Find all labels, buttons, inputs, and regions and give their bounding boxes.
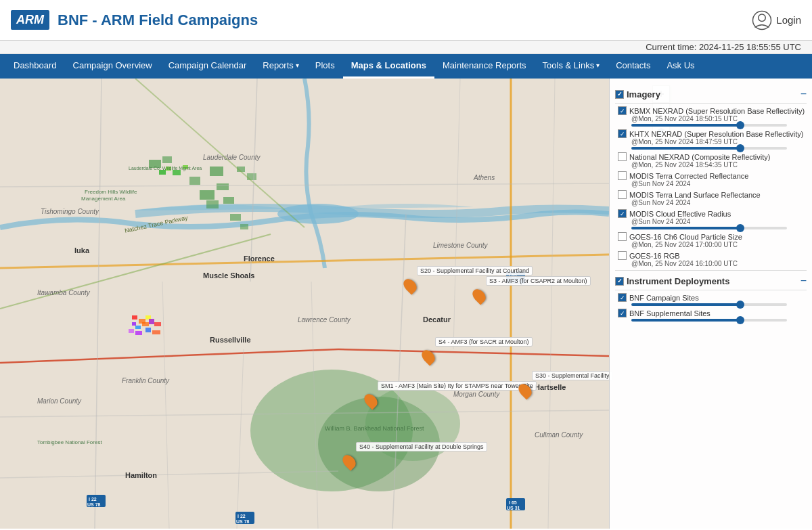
nav-contacts[interactable]: Contacts [608, 54, 658, 79]
bnf-sites-slider[interactable] [631, 303, 787, 306]
svg-rect-28 [135, 331, 142, 335]
svg-text:US 31: US 31 [507, 506, 520, 510]
legend-item-goes16-ch6: GOES-16 Ch6 Cloud Particle Size @Mon, 25… [615, 232, 807, 248]
bnf-sites-checkbox[interactable] [618, 293, 627, 302]
legend-item-modis-cloud: MODIS Cloud Effective Radius @Sun Nov 24… [615, 209, 807, 229]
legend-panel: Imagery − KBMX NEXRAD (Super Resolution … [609, 79, 812, 529]
nav-campaign-overview[interactable]: Campaign Overview [65, 54, 160, 79]
arm-logo: ARM [11, 10, 49, 30]
nav-plots[interactable]: Plots [307, 54, 343, 79]
user-icon [752, 10, 772, 30]
pin-s40[interactable]: S40 - Supplemental Facility at Double Sp… [344, 454, 355, 469]
svg-rect-12 [200, 190, 215, 200]
svg-rect-30 [152, 330, 160, 334]
svg-text:Cullman County: Cullman County [535, 431, 583, 439]
khtx-checkbox[interactable] [618, 129, 627, 138]
app-title: BNF - ARM Field Campaigns [58, 12, 258, 29]
svg-text:US 78: US 78 [87, 502, 101, 507]
svg-text:Tishomingo County: Tishomingo County [41, 208, 99, 215]
nav-maps-locations[interactable]: Maps & Locations [343, 54, 434, 79]
svg-rect-8 [162, 156, 172, 163]
svg-text:Athens: Athens [473, 174, 495, 181]
bnf-supp-slider-thumb [736, 316, 744, 324]
header: ARM BNF - ARM Field Campaigns Login [0, 0, 812, 41]
map-svg: Tishomingo County Itawamba County Marion… [0, 79, 609, 529]
legend-item-national-nexrad: National NEXRAD (Composite Reflectivity)… [615, 152, 807, 169]
nav-tools-links[interactable]: Tools & Links ▾ [535, 54, 608, 79]
imagery-collapse-button[interactable]: − [800, 88, 807, 100]
pin-s40-label: S40 - Supplemental Facility at Double Sp… [356, 442, 487, 451]
modis-cloud-time: @Sun Nov 24 2024 [631, 218, 807, 225]
svg-text:Decatur: Decatur [423, 315, 451, 324]
pin-s30-label: S30 - Supplemental Facility [532, 371, 613, 380]
svg-text:Iuka: Iuka [74, 246, 90, 255]
svg-text:Franklin County: Franklin County [122, 377, 170, 384]
modis-land-time: @Sun Nov 24 2024 [631, 199, 807, 206]
reports-arrow-icon: ▾ [296, 62, 299, 69]
deployments-collapse-button[interactable]: − [800, 275, 807, 287]
nav-ask-us[interactable]: Ask Us [658, 54, 702, 79]
deployments-checkbox[interactable] [615, 277, 624, 286]
kbmx-slider-thumb [736, 121, 744, 129]
svg-text:Tombigbee National Forest: Tombigbee National Forest [37, 439, 102, 445]
national-nexrad-checkbox[interactable] [618, 152, 627, 161]
navbar: Dashboard Campaign Overview Campaign Cal… [0, 54, 812, 79]
svg-text:Limestone County: Limestone County [433, 242, 489, 249]
khtx-time: @Mon, 25 Nov 2024 18:47:59 UTC [631, 138, 807, 146]
imagery-section-header: Imagery − [615, 88, 807, 100]
pin-s4[interactable]: S4 - AMF3 (for SACR at Moulton) [423, 349, 434, 364]
current-time-value: 2024-11-25 18:55:55 UTC [699, 42, 801, 52]
pin-s3[interactable]: S3 - AMF3 (for CSAPR2 at Moulton) [474, 288, 484, 303]
deployments-section-header: Instrument Deployments − [615, 275, 807, 287]
login-label: Login [776, 14, 801, 26]
map-area[interactable]: Tishomingo County Itawamba County Marion… [0, 79, 812, 529]
modis-cloud-slider[interactable] [631, 227, 787, 229]
pin-s4-label: S4 - AMF3 (for SACR at Moulton) [435, 337, 533, 347]
legend-item-bnf-supp: BNF Supplemental Sites [615, 309, 807, 322]
pin-s20-label: S20 - Supplemental Facility at Courtland [417, 266, 533, 275]
svg-rect-26 [154, 322, 161, 326]
imagery-checkbox[interactable] [615, 90, 624, 99]
svg-text:I 65: I 65 [509, 500, 517, 505]
nav-reports[interactable]: Reports ▾ [254, 54, 307, 79]
goes16-ch6-checkbox[interactable] [618, 232, 627, 241]
pin-s30[interactable]: S30 - Supplemental Facility [520, 383, 531, 398]
svg-rect-31 [159, 170, 166, 175]
svg-rect-13 [206, 200, 219, 208]
imagery-divider [615, 103, 807, 104]
kbmx-time: @Mon, 25 Nov 2024 18:50:15 UTC [631, 115, 807, 123]
khtx-slider[interactable] [631, 147, 787, 150]
login-button[interactable]: Login [752, 10, 801, 30]
svg-text:Muscle Shoals: Muscle Shoals [203, 271, 254, 280]
national-nexrad-time: @Mon, 25 Nov 2024 18:54:35 UTC [631, 161, 807, 169]
svg-text:I 22: I 22 [89, 497, 97, 502]
nav-maintenance-reports[interactable]: Maintenance Reports [434, 54, 535, 79]
svg-text:Freedom Hills Wildlife: Freedom Hills Wildlife [85, 189, 137, 195]
bnf-supp-slider[interactable] [631, 319, 787, 322]
svg-text:Itawamba County: Itawamba County [37, 289, 91, 296]
nav-campaign-calendar[interactable]: Campaign Calendar [160, 54, 255, 79]
svg-rect-14 [223, 197, 234, 204]
current-time-label: Current time: [646, 42, 696, 52]
khtx-slider-thumb [736, 144, 744, 152]
modis-land-checkbox[interactable] [618, 190, 627, 199]
timebar: Current time: 2024-11-25 18:55:55 UTC [0, 41, 812, 54]
modis-terra-checkbox[interactable] [618, 171, 627, 180]
kbmx-checkbox[interactable] [618, 106, 627, 115]
modis-terra-time: @Sun Nov 24 2024 [631, 180, 807, 187]
svg-text:Morgan County: Morgan County [453, 391, 500, 398]
nav-dashboard[interactable]: Dashboard [5, 54, 65, 79]
pin-sm1[interactable]: SM1 - AMF3 (Main Site) Ity for STAMPS ne… [365, 393, 376, 408]
svg-rect-27 [129, 329, 134, 333]
imagery-section-title: Imagery [615, 89, 660, 100]
svg-rect-17 [230, 214, 241, 221]
goes16-rgb-checkbox[interactable] [618, 251, 627, 260]
tools-arrow-icon: ▾ [596, 62, 600, 69]
kbmx-slider[interactable] [631, 124, 787, 127]
pin-s20[interactable]: S20 - Supplemental Facility at Courtland [405, 278, 415, 293]
logo-area: ARM BNF - ARM Field Campaigns [11, 10, 258, 30]
svg-text:Marion County: Marion County [37, 397, 82, 405]
modis-cloud-checkbox[interactable] [618, 209, 627, 218]
bnf-supp-checkbox[interactable] [618, 309, 627, 317]
legend-item-kbmx: KBMX NEXRAD (Super Resolution Base Refle… [615, 106, 807, 127]
